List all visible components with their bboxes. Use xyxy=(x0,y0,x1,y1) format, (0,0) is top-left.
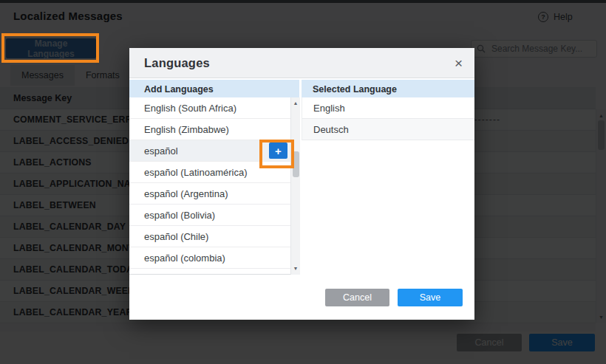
close-icon[interactable]: × xyxy=(454,56,463,70)
dialog-header: Languages × xyxy=(129,48,474,78)
plus-icon: + xyxy=(275,145,282,157)
add-languages-scrollbar[interactable]: ▲ ▼ xyxy=(290,97,300,275)
selected-language-column-header: Selected Language xyxy=(302,80,474,98)
localized-messages-screen: Localized Messages ? Help Manage Languag… xyxy=(0,0,606,364)
selected-languages-list: English Deutsch xyxy=(302,97,474,140)
add-languages-list: English (South Africa) English (Zimbabwe… xyxy=(129,97,290,275)
scroll-up-icon[interactable]: ▲ xyxy=(291,99,300,107)
list-item-espanol[interactable]: español + xyxy=(129,140,290,162)
languages-dialog: Languages × Add Languages Selected Langu… xyxy=(129,48,474,320)
list-item[interactable]: español (Latinoamérica) xyxy=(129,162,290,183)
list-item[interactable]: English xyxy=(302,97,474,119)
list-item[interactable]: español (Argentina) xyxy=(129,183,290,205)
scroll-down-icon[interactable]: ▼ xyxy=(291,264,300,272)
list-item-label: español xyxy=(144,145,178,157)
dialog-save-button[interactable]: Save xyxy=(398,289,463,306)
add-languages-column-header: Add Languages xyxy=(129,80,299,98)
add-language-button[interactable]: + xyxy=(269,142,287,159)
list-item[interactable]: Deutsch xyxy=(302,119,474,140)
dialog-cancel-button[interactable]: Cancel xyxy=(325,289,389,306)
dialog-title: Languages xyxy=(144,56,210,70)
list-scrollbar-thumb[interactable] xyxy=(293,151,299,177)
list-item[interactable]: español (colombia) xyxy=(129,247,290,269)
list-item[interactable]: English (South Africa) xyxy=(129,97,290,119)
list-item[interactable]: español (Bolivia) xyxy=(129,205,290,226)
list-item[interactable]: English (Zimbabwe) xyxy=(129,119,290,140)
list-item[interactable]: español (Chile) xyxy=(129,226,290,247)
